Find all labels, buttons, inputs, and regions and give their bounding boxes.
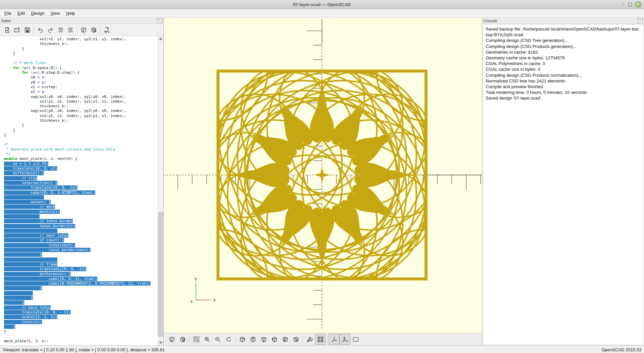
code-line[interactable]: mesh(n2); [4,210,158,214]
code-line[interactable]: lotus(n); [4,320,158,325]
code-line[interactable]: translate([0, 0, -.5]) [4,310,158,315]
rendered-model[interactable] [216,69,428,281]
minimize-icon[interactable]: – [621,2,625,6]
code-line[interactable]: scale([1, 1, 2]) [4,315,158,319]
code-line[interactable]: } [4,325,158,329]
code-line[interactable]: lotus(next); [4,243,158,248]
code-line[interactable]: if (next) { [4,238,158,243]
code-line[interactable]: xx2(y1, x1, index), yy2(y1, x1, index), [4,114,158,118]
code-line[interactable]: } [4,296,158,300]
code-line[interactable]: x0 = x; [4,75,158,80]
code-line[interactable] [4,56,158,61]
code-line[interactable]: cube([D, D, 1], true); [4,277,158,281]
code-line[interactable]: xx2(x1, y1, index), yy2(x1, y1, index), [4,37,158,42]
undo-button[interactable] [35,25,45,35]
code-line[interactable]: intersection() { [4,181,158,185]
scroll-down-icon[interactable] [158,340,163,345]
show-axes-button[interactable] [329,334,339,345]
viewport-canvas[interactable]: yxz [164,18,482,333]
code-line[interactable]: } [4,123,158,128]
code-line[interactable]: // mesh [4,204,158,209]
zoom-in-button[interactable] [202,334,212,345]
code-line[interactable]: // next lotus [4,233,158,238]
save-button[interactable] [22,25,32,35]
perspective-button[interactable] [304,334,315,345]
close-icon[interactable]: × [635,1,641,8]
code-line[interactable]: } [4,252,158,257]
code-line[interactable]: for (y=[-D:space:D]) { [4,66,158,70]
open-folder-button[interactable] [12,25,22,35]
reset-view-button[interactable] [223,334,234,345]
code-line[interactable]: cube([D, D, 1-ATOM*2], true); [4,190,158,195]
view-left-button[interactable] [269,334,280,345]
editor-close-icon[interactable]: × [157,18,162,23]
code-line[interactable]: translate([0, 0, .5]) [4,185,158,190]
menu-help[interactable]: Help [63,10,78,17]
code-line[interactable]: xx1(y1, x1, index), yy1(y1, x1, index), [4,99,158,104]
code-line[interactable]: for (x=[-D:step:D-step]) { [4,70,158,75]
code-line[interactable]: } [4,128,158,133]
code-area[interactable]: xx2(x1, y1, index), yy2(x1, y1, index), … [0,36,158,345]
code-line[interactable]: thickness_k); [4,104,158,109]
code-line[interactable]: // clip [4,176,158,181]
code-line[interactable] [4,291,158,296]
code-line[interactable]: } [4,329,158,334]
orthogonal-button[interactable] [315,334,326,345]
code-line[interactable] [4,137,158,142]
console-log[interactable]: Saved backup file: /home/pascal/.local/s… [483,24,644,345]
view-bottom-button[interactable] [258,334,269,345]
code-line[interactable]: } [4,300,158,305]
view-right-button[interactable] [237,334,248,345]
code-line[interactable] [4,257,158,262]
code-line[interactable]: y0 = y; [4,80,158,85]
preview-button[interactable]: » [78,25,89,35]
code-line[interactable]: module mesh_plate(z, n, next=0) { [4,157,158,161]
show-scale-button[interactable]: 10 [339,334,350,345]
new-file-button[interactable] [2,25,12,35]
zoom-out-button[interactable] [212,334,223,345]
code-line[interactable]: thickness_k); [4,42,158,46]
code-line[interactable]: } [4,51,158,56]
code-line[interactable] [4,195,158,200]
menu-file[interactable]: File [1,10,14,17]
code-line[interactable]: */ [4,152,158,157]
unindent-button[interactable] [55,25,65,35]
code-line[interactable] [4,334,158,339]
code-line[interactable]: seg(xx2(y0, x0, index), yy2(y0, x0, inde… [4,109,158,113]
code-line[interactable]: x1 = x+step; [4,85,158,90]
code-line[interactable]: lotus_border(next); [4,248,158,252]
code-line[interactable]: } [4,133,158,137]
editor-scrollbar[interactable] [158,36,163,345]
menu-edit[interactable]: Edit [14,10,28,17]
export-stl-button[interactable]: STL [102,25,112,35]
render-button[interactable] [177,334,188,345]
code-line[interactable]: thickness_k); [4,118,158,123]
view-back-button[interactable] [290,334,301,345]
3d-viewport[interactable]: yxz »10 [164,18,482,345]
code-line[interactable]: // bore lotus [4,305,158,310]
code-line[interactable] [4,214,158,219]
code-line[interactable]: difference() { [4,171,158,176]
code-line[interactable]: } [4,47,158,51]
code-line[interactable]: n2 = 1 + z/2.75; [4,162,158,166]
maximize-icon[interactable] [628,3,632,6]
code-line[interactable]: /* [4,142,158,147]
scrollbar-thumb[interactable] [158,213,163,337]
menu-view[interactable]: View [48,10,63,17]
code-line[interactable]: lotus_border(n); [4,224,158,229]
view-all-button[interactable] [350,334,361,345]
code-line[interactable]: translate([0, 0, .5]) [4,267,158,272]
code-line[interactable]: // lotus border [4,219,158,224]
menu-design[interactable]: Design [28,10,47,17]
code-line[interactable]: translate([0, 0, z]) [4,166,158,171]
indent-button[interactable] [65,25,75,35]
code-line[interactable] [4,229,158,233]
code-line[interactable]: * Generate plate with mesh cutouts and l… [4,147,158,152]
preview-button[interactable]: » [166,334,177,345]
zoom-all-button[interactable] [191,334,202,345]
render-button[interactable] [89,25,99,35]
code-line[interactable]: // frame [4,262,158,267]
code-line[interactable]: union() { [4,200,158,204]
code-line[interactable]: } [4,286,158,291]
console-close-icon[interactable]: × [638,18,643,23]
